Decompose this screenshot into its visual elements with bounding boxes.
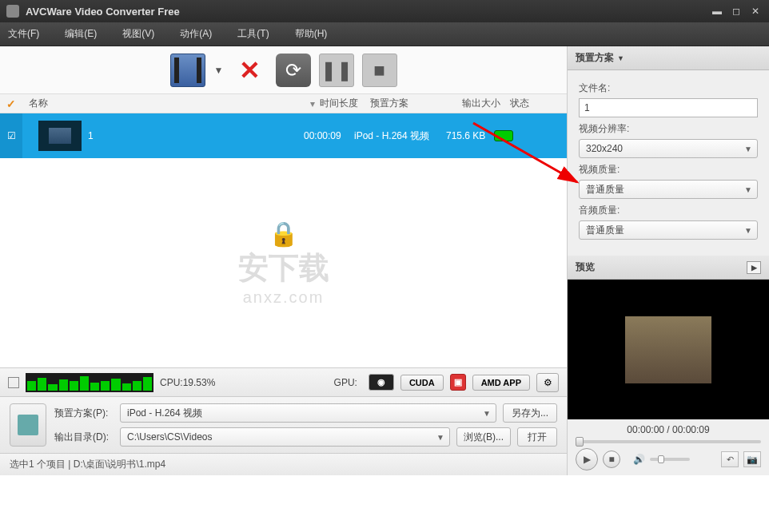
chevron-down-icon: ▼ — [744, 145, 752, 153]
preview-area — [568, 280, 769, 419]
volume-slider[interactable] — [650, 458, 690, 461]
minimize-button[interactable]: ▬ — [710, 6, 724, 17]
video-thumbnail — [38, 121, 82, 151]
chevron-down-icon: ▼ — [617, 54, 624, 62]
preview-frame — [625, 316, 711, 383]
statusbar: 选中1 个项目 | D:\桌面\说明书\1.mp4 — [0, 453, 567, 475]
chevron-down-icon: ▼ — [436, 433, 444, 442]
output-dir-combo[interactable]: C:\Users\CS\Videos▼ — [120, 427, 450, 447]
menubar: 文件(F) 编辑(E) 视图(V) 动作(A) 工具(T) 帮助(H) — [0, 22, 769, 46]
amd-app-button[interactable]: AMD APP — [472, 375, 530, 391]
list-header: ✓ 名称 ▾ 时间长度 预置方案 输出大小 状态 — [0, 94, 567, 113]
chevron-down-icon: ▼ — [483, 409, 491, 418]
device-icon — [10, 403, 46, 447]
chevron-down-icon: ▼ — [744, 185, 752, 194]
col-duration[interactable]: 时间长度 — [320, 97, 370, 110]
menu-action[interactable]: 动作(A) — [180, 27, 212, 41]
row-checkbox[interactable]: ☑ — [0, 113, 22, 158]
gear-icon: ⚙ — [544, 377, 552, 388]
save-as-button[interactable]: 另存为... — [503, 403, 557, 423]
col-status[interactable]: 状态 — [510, 97, 542, 110]
col-size[interactable]: 输出大小 — [462, 97, 510, 110]
menu-help[interactable]: 帮助(H) — [295, 27, 328, 41]
file-row[interactable]: ☑ 1 00:00:09 iPod - H.264 视频 715.6 KB — [0, 113, 567, 158]
maximize-button[interactable]: ◻ — [729, 6, 743, 17]
profile-combo[interactable]: iPod - H.264 视频▼ — [120, 403, 496, 423]
nvidia-icon: ◉ — [369, 374, 394, 391]
profile-panel-header[interactable]: 预置方案▼ — [568, 46, 769, 70]
profile-label: 预置方案(P): — [54, 407, 114, 420]
video-quality-label: 视频质量: — [579, 163, 758, 177]
delete-button[interactable]: ✕ — [233, 54, 268, 87]
app-title: AVCWare Video Converter Free — [26, 6, 705, 18]
audio-quality-label: 音频质量: — [579, 204, 758, 217]
play-button[interactable]: ▶ — [576, 448, 598, 470]
close-button[interactable]: ✕ — [748, 6, 763, 17]
menu-file[interactable]: 文件(F) — [8, 27, 39, 41]
menu-view[interactable]: 视图(V) — [122, 27, 154, 41]
cpu-checkbox[interactable] — [8, 377, 19, 388]
performance-bar: CPU:19.53% GPU: ◉ CUDA ▣ AMD APP ⚙ — [0, 367, 567, 396]
stop-button[interactable]: ■ — [362, 54, 397, 87]
filename-label: 文件名: — [579, 81, 758, 95]
file-profile: iPod - H.264 视频 — [354, 129, 446, 143]
cpu-spectrum — [26, 373, 153, 392]
convert-button[interactable]: ⟳ — [276, 54, 311, 87]
toolbar: ▼ ✕ ⟳ ❚❚ ■ — [0, 46, 567, 94]
open-button[interactable]: 打开 — [517, 427, 557, 447]
preview-time: 00:00:00 / 00:00:09 — [576, 424, 761, 435]
file-size: 715.6 KB — [446, 130, 494, 141]
preview-panel-header: 预览 ▶ — [568, 256, 769, 280]
app-icon — [6, 5, 19, 18]
menu-tools[interactable]: 工具(T) — [237, 27, 269, 41]
resolution-combo[interactable]: 320x240▼ — [579, 139, 758, 158]
resolution-label: 视频分辨率: — [579, 122, 758, 136]
col-name[interactable]: 名称 — [22, 97, 310, 110]
prev-frame-button[interactable]: ↶ — [721, 451, 739, 467]
add-file-dropdown[interactable]: ▼ — [213, 54, 225, 87]
file-name: 1 — [88, 130, 304, 141]
filename-input[interactable] — [579, 98, 758, 117]
file-list-empty-area: 🔒 安下载 anxz.com — [0, 158, 567, 367]
watermark: 🔒 安下载 anxz.com — [238, 220, 329, 307]
settings-button[interactable]: ⚙ — [536, 373, 559, 392]
file-duration: 00:00:09 — [304, 130, 354, 141]
menu-edit[interactable]: 编辑(E) — [65, 27, 97, 41]
volume-icon[interactable]: 🔊 — [633, 454, 645, 465]
audio-quality-combo[interactable]: 普通质量▼ — [579, 220, 758, 240]
gpu-label: GPU: — [334, 377, 357, 388]
video-quality-combo[interactable]: 普通质量▼ — [579, 180, 758, 199]
chevron-down-icon: ▼ — [744, 226, 752, 235]
add-file-button[interactable] — [170, 54, 205, 87]
cuda-button[interactable]: CUDA — [400, 375, 444, 391]
output-label: 输出目录(D): — [54, 431, 114, 444]
seek-slider[interactable] — [576, 440, 761, 443]
cpu-label: CPU:19.53% — [160, 377, 328, 388]
col-profile[interactable]: 预置方案 — [370, 97, 462, 110]
browse-button[interactable]: 浏览(B)... — [456, 427, 511, 447]
snapshot-button[interactable]: 📷 — [743, 451, 761, 467]
file-status-indicator — [494, 130, 513, 141]
profile-area: 预置方案(P): iPod - H.264 视频▼ 另存为... 输出目录(D)… — [0, 396, 567, 453]
stop-preview-button[interactable]: ■ — [603, 451, 620, 468]
preview-detach-button[interactable]: ▶ — [747, 261, 761, 274]
titlebar: AVCWare Video Converter Free ▬ ◻ ✕ — [0, 0, 769, 22]
select-all-checkbox[interactable]: ✓ — [0, 97, 22, 110]
amd-icon: ▣ — [450, 374, 466, 391]
pause-button[interactable]: ❚❚ — [319, 54, 354, 87]
